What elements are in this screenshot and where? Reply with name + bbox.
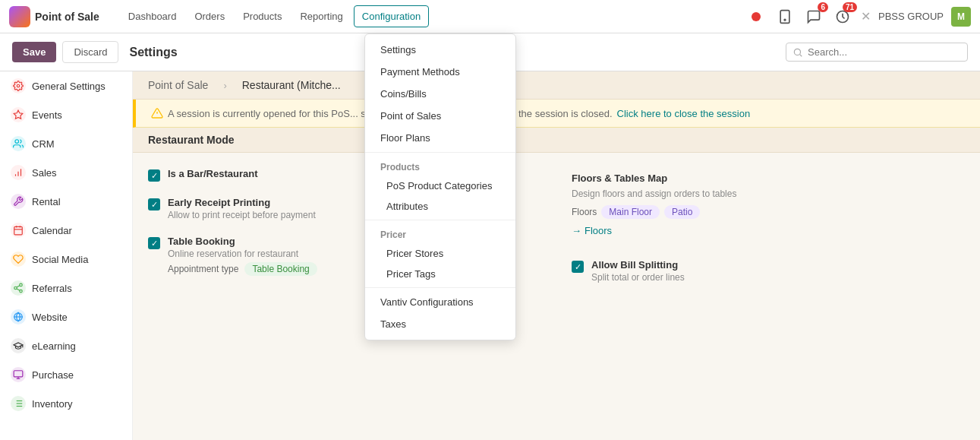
- sidebar-item-sales[interactable]: Sales: [0, 158, 132, 187]
- svg-point-7: [15, 140, 19, 144]
- dd-pricer-stores[interactable]: Pricer Stores: [365, 243, 515, 264]
- dd-coins-bills[interactable]: Coins/Bills: [365, 83, 515, 105]
- dd-taxes[interactable]: Taxes: [365, 313, 515, 335]
- main-floor-tag[interactable]: Main Floor: [601, 205, 660, 219]
- nav-products[interactable]: Products: [235, 6, 289, 27]
- sidebar-label: Website: [32, 312, 68, 323]
- chat-badge: 6: [818, 2, 828, 12]
- configuration-dropdown: Settings Payment Methods Coins/Bills Poi…: [364, 33, 516, 340]
- table-booking-text: Table Booking Online reservation for res…: [168, 236, 317, 276]
- svg-point-17: [20, 290, 23, 293]
- svg-point-5: [17, 84, 20, 87]
- early-receipt-text: Early Receipt Printing Allow to print re…: [168, 197, 316, 220]
- inventory-icon: [11, 396, 26, 411]
- save-button[interactable]: Save: [12, 42, 56, 62]
- section-header: Restaurant Mode: [133, 128, 980, 153]
- sidebar: General Settings Events CRM Sales Rental: [0, 71, 133, 440]
- svg-point-15: [20, 283, 23, 286]
- appt-type-tag[interactable]: Table Booking: [244, 262, 317, 276]
- svg-marker-6: [14, 110, 23, 119]
- floors-title: Floors & Tables Map: [572, 173, 965, 184]
- checkbox-checked: [148, 198, 160, 211]
- top-nav: Point of Sale Dashboard Orders Products …: [0, 0, 980, 33]
- floors-link[interactable]: → Floors: [572, 225, 965, 236]
- sidebar-label: eLearning: [32, 340, 76, 352]
- floors-desc: Design floors and assign orders to table…: [572, 188, 965, 199]
- sidebar-item-referrals[interactable]: Referrals: [0, 274, 132, 302]
- divider-2: [365, 220, 515, 220]
- floors-label: Floors: [572, 207, 597, 217]
- social-media-icon: [11, 252, 26, 267]
- dd-attributes[interactable]: Attributes: [365, 196, 515, 217]
- rental-icon: [11, 194, 26, 209]
- settings-grid: Is a Bar/Restaurant Early Receipt Printi…: [133, 153, 980, 310]
- sidebar-item-website[interactable]: Website: [0, 302, 132, 331]
- phone-icon-btn[interactable]: [774, 6, 796, 27]
- sidebar-label: General Settings: [32, 81, 106, 92]
- sidebar-item-calendar[interactable]: Calendar: [0, 216, 132, 245]
- sales-icon: [11, 165, 26, 180]
- chat-icon-btn[interactable]: 6: [803, 6, 824, 27]
- content-area: Point of Sale › Restaurant (Mitche... A …: [133, 71, 980, 440]
- sidebar-item-rental[interactable]: Rental: [0, 187, 132, 216]
- svg-point-16: [14, 286, 17, 290]
- sidebar-label: Inventory: [32, 398, 72, 410]
- app-name: Point of Sale: [35, 11, 99, 23]
- dd-pricer-tags[interactable]: Pricer Tags: [365, 264, 515, 284]
- early-receipt-label: Early Receipt Printing: [168, 197, 316, 208]
- sidebar-item-general-settings[interactable]: General Settings: [0, 71, 132, 100]
- dd-payment-methods[interactable]: Payment Methods: [365, 61, 515, 83]
- dd-floor-plans[interactable]: Floor Plans: [365, 127, 515, 149]
- checkbox-checked: [572, 261, 584, 273]
- checkbox-checked: [148, 169, 160, 182]
- purchase-icon: [11, 367, 26, 382]
- discard-button[interactable]: Discard: [62, 41, 118, 63]
- nav-reporting[interactable]: Reporting: [292, 6, 350, 27]
- status-dot: [752, 12, 761, 21]
- nav-orders[interactable]: Orders: [187, 6, 232, 27]
- sidebar-label: Events: [32, 109, 62, 121]
- logo: Point of Sale: [9, 6, 113, 27]
- dd-settings[interactable]: Settings: [365, 39, 515, 61]
- nav-items: Dashboard Orders Products Reporting Conf…: [121, 5, 429, 27]
- warning-icon: [151, 107, 163, 119]
- early-receipt-checkbox[interactable]: [148, 198, 160, 220]
- svg-line-18: [17, 289, 20, 290]
- dd-vantiv[interactable]: Vantiv Configurations: [365, 291, 515, 313]
- is-bar-checkbox[interactable]: [148, 169, 160, 182]
- svg-rect-22: [14, 371, 23, 377]
- sidebar-item-purchase[interactable]: Purchase: [0, 360, 132, 389]
- sidebar-item-social-media[interactable]: Social Media: [0, 245, 132, 274]
- sidebar-item-inventory[interactable]: Inventory: [0, 389, 132, 418]
- appointment-type-row: Appointment type Table Booking: [168, 262, 317, 276]
- dd-point-of-sales[interactable]: Point of Sales: [365, 105, 515, 127]
- nav-dashboard[interactable]: Dashboard: [121, 6, 184, 27]
- sidebar-item-elearning[interactable]: eLearning: [0, 331, 132, 360]
- red-dot-btn[interactable]: [745, 6, 767, 27]
- sidebar-label: Referrals: [32, 283, 72, 294]
- allow-bill-text: Allow Bill Splitting Split total or orde…: [591, 259, 685, 283]
- user-avatar[interactable]: M: [951, 7, 971, 27]
- allow-bill-checkbox[interactable]: [572, 261, 584, 283]
- clock-badge: 71: [843, 2, 857, 12]
- sidebar-item-events[interactable]: Events: [0, 100, 132, 129]
- search-box: [786, 43, 968, 62]
- clock-icon-btn[interactable]: 71: [832, 6, 853, 27]
- sidebar-label: Social Media: [32, 254, 88, 265]
- allow-bill-desc: Split total or order lines: [591, 272, 685, 283]
- nav-configuration[interactable]: Configuration: [354, 5, 429, 27]
- search-icon: [793, 47, 803, 58]
- breadcrumb-pos[interactable]: Point of Sale: [148, 79, 208, 91]
- floors-row: Floors Main Floor Patio: [572, 205, 965, 219]
- sidebar-item-crm[interactable]: CRM: [0, 129, 132, 158]
- close-icon[interactable]: ✕: [861, 9, 871, 24]
- breadcrumb-restaurant[interactable]: Restaurant (Mitche...: [242, 79, 341, 91]
- phone-icon: [777, 9, 793, 24]
- warning-banner: A session is currently opened for this P…: [133, 100, 980, 128]
- patio-tag[interactable]: Patio: [664, 205, 700, 219]
- dd-pos-product-categories[interactable]: PoS Product Categories: [365, 176, 515, 196]
- close-session-link[interactable]: Click here to close the session: [617, 108, 751, 119]
- search-input[interactable]: [808, 46, 961, 58]
- divider-1: [365, 152, 515, 153]
- table-booking-checkbox[interactable]: [148, 237, 160, 276]
